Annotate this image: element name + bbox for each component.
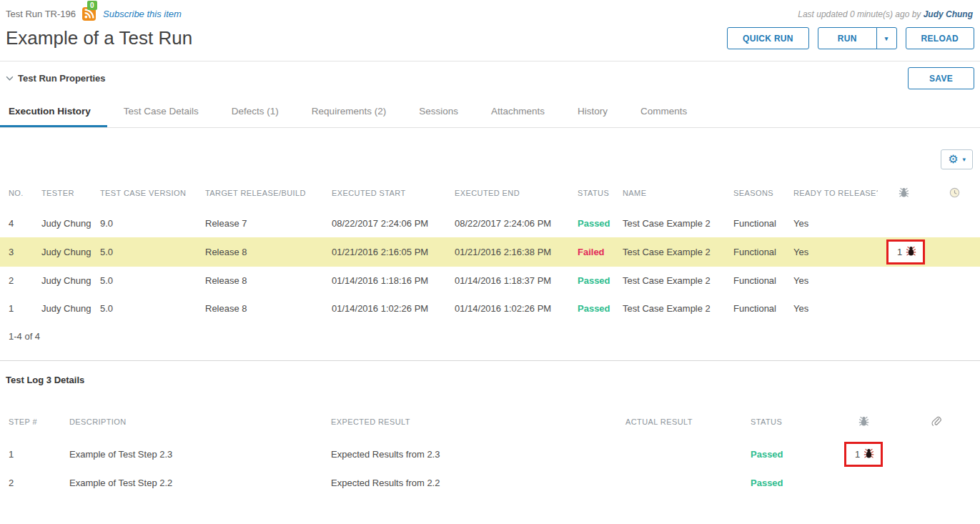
- cell-actual-result: [617, 440, 742, 469]
- table-settings-button[interactable]: ⚙ ▾: [941, 149, 973, 169]
- cell-end: 01/14/2016 1:02:26 PM: [446, 295, 569, 322]
- cell-seasons: Functional: [725, 209, 785, 237]
- title-row: Example of a Test Run QUICK RUN RUN ▾ RE…: [0, 21, 980, 61]
- cell-elapsed: [929, 267, 980, 295]
- cell-defects: [878, 209, 929, 237]
- cell-step-attachments: [892, 469, 980, 497]
- cell-step-defects: [835, 469, 892, 497]
- cell-seasons: Functional: [725, 295, 785, 322]
- properties-title: Test Run Properties: [18, 73, 106, 84]
- col-no: NO.: [0, 174, 33, 209]
- cell-expected-result: Expected Results from 2.3: [322, 440, 617, 469]
- col-step-defects: [835, 387, 892, 440]
- last-updated-text: Last updated 0 minute(s) ago by: [798, 9, 921, 19]
- save-button[interactable]: SAVE: [908, 67, 974, 89]
- reload-button[interactable]: RELOAD: [906, 27, 974, 49]
- table-toolbar: ⚙ ▾: [0, 128, 980, 174]
- run-split-button: RUN ▾: [818, 27, 897, 49]
- page-title: Example of a Test Run: [6, 27, 192, 49]
- bug-icon: [863, 448, 874, 461]
- cell-name: Test Case Example 2: [614, 209, 725, 237]
- tab-comments[interactable]: Comments: [624, 95, 703, 127]
- cell-version: 9.0: [91, 209, 197, 237]
- defect-count[interactable]: 1: [855, 449, 860, 460]
- tab-sessions[interactable]: Sessions: [402, 95, 475, 127]
- col-actual-result: ACTUAL RESULT: [617, 387, 742, 440]
- cell-elapsed: [929, 295, 980, 322]
- rss-badge: 0: [87, 1, 97, 10]
- col-executed-end: EXECUTED END: [446, 174, 569, 209]
- cell-end: 08/22/2017 2:24:06 PM: [446, 209, 569, 237]
- chevron-down-icon: [6, 76, 14, 81]
- execution-row[interactable]: 1 Judy Chung 5.0 Release 8 01/14/2016 1:…: [0, 295, 980, 322]
- cell-name: Test Case Example 2: [614, 267, 725, 295]
- test-log-title: Test Log 3 Details: [0, 361, 980, 387]
- cell-no: 1: [0, 295, 33, 322]
- cell-name: Test Case Example 2: [614, 237, 725, 267]
- col-target-release: TARGET RELEASE/BUILD: [197, 174, 323, 209]
- pagination-text: 1-4 of 4: [0, 322, 980, 360]
- cell-ready: Yes: [785, 267, 878, 295]
- last-updated: Last updated 0 minute(s) ago by Judy Chu…: [798, 9, 974, 19]
- last-updated-user[interactable]: Judy Chung: [924, 9, 973, 19]
- col-step-number: STEP #: [0, 387, 61, 440]
- caret-down-icon: ▾: [885, 35, 889, 42]
- defect-annotation-box: 1: [844, 442, 883, 467]
- execution-row[interactable]: 4 Judy Chung 9.0 Release 7 08/22/2017 2:…: [0, 209, 980, 237]
- cell-defects: [878, 295, 929, 322]
- col-expected-result: EXPECTED RESULT: [322, 387, 617, 440]
- properties-collapse-toggle[interactable]: Test Run Properties: [6, 73, 106, 84]
- cell-release: Release 7: [197, 209, 323, 237]
- clock-icon: [949, 191, 960, 199]
- execution-history-table: NO. TESTER TEST CASE VERSION TARGET RELE…: [0, 174, 980, 322]
- tab-execution-history[interactable]: Execution History: [0, 95, 107, 127]
- tab-requirements[interactable]: Requirements (2): [295, 95, 402, 127]
- cell-defects[interactable]: 1: [878, 237, 929, 267]
- cell-release: Release 8: [197, 237, 323, 267]
- rss-feed-button[interactable]: 0: [82, 7, 96, 21]
- execution-row-selected[interactable]: 3 Judy Chung 5.0 Release 8 01/21/2016 2:…: [0, 237, 980, 267]
- tab-attachments[interactable]: Attachments: [475, 95, 561, 127]
- run-button[interactable]: RUN: [818, 27, 877, 49]
- cell-tester: Judy Chung: [33, 267, 91, 295]
- cell-elapsed: [929, 209, 980, 237]
- execution-row[interactable]: 2 Judy Chung 5.0 Release 8 01/14/2016 1:…: [0, 267, 980, 295]
- cell-expected-result: Expected Results from 2.2: [322, 469, 617, 497]
- cell-end: 01/21/2016 2:16:38 PM: [446, 237, 569, 267]
- quick-run-button[interactable]: QUICK RUN: [727, 27, 809, 49]
- tab-history[interactable]: History: [561, 95, 624, 127]
- cell-step-defects[interactable]: 1: [835, 440, 892, 469]
- status-badge: Passed: [578, 275, 610, 286]
- status-badge: Failed: [578, 247, 605, 257]
- col-seasons: SEASONS: [725, 174, 785, 209]
- gear-icon: ⚙: [948, 154, 958, 165]
- cell-version: 5.0: [91, 237, 197, 267]
- cell-start: 01/21/2016 2:16:05 PM: [323, 237, 446, 267]
- cell-step-attachments: [892, 440, 980, 469]
- step-row[interactable]: 1 Example of Test Step 2.3 Expected Resu…: [0, 440, 980, 469]
- cell-actual-result: [617, 469, 742, 497]
- col-tester: TESTER: [33, 174, 91, 209]
- tab-defects[interactable]: Defects (1): [215, 95, 295, 127]
- col-defects: [878, 174, 929, 209]
- defect-count[interactable]: 1: [897, 247, 902, 257]
- cell-start: 08/22/2017 2:24:06 PM: [323, 209, 446, 237]
- bug-icon: [899, 187, 909, 199]
- run-dropdown-button[interactable]: ▾: [876, 27, 897, 49]
- cell-start: 01/14/2016 1:02:26 PM: [323, 295, 446, 322]
- tab-test-case-details[interactable]: Test Case Details: [107, 95, 215, 127]
- caret-down-icon: ▾: [962, 156, 966, 163]
- cell-tester: Judy Chung: [33, 237, 91, 267]
- cell-step-number: 2: [0, 469, 61, 497]
- paperclip-icon: [931, 420, 941, 428]
- steps-table-header-row: STEP # DESCRIPTION EXPECTED RESULT ACTUA…: [0, 387, 980, 440]
- step-row[interactable]: 2 Example of Test Step 2.2 Expected Resu…: [0, 469, 980, 497]
- cell-release: Release 8: [197, 267, 323, 295]
- test-log-steps-table: STEP # DESCRIPTION EXPECTED RESULT ACTUA…: [0, 387, 980, 497]
- defect-annotation-box: 1: [886, 239, 925, 265]
- bug-icon: [858, 415, 869, 428]
- cell-ready: Yes: [785, 295, 878, 322]
- status-badge: Passed: [751, 478, 783, 488]
- subscribe-link[interactable]: Subscribe this item: [103, 9, 182, 19]
- col-elapsed: [929, 174, 980, 209]
